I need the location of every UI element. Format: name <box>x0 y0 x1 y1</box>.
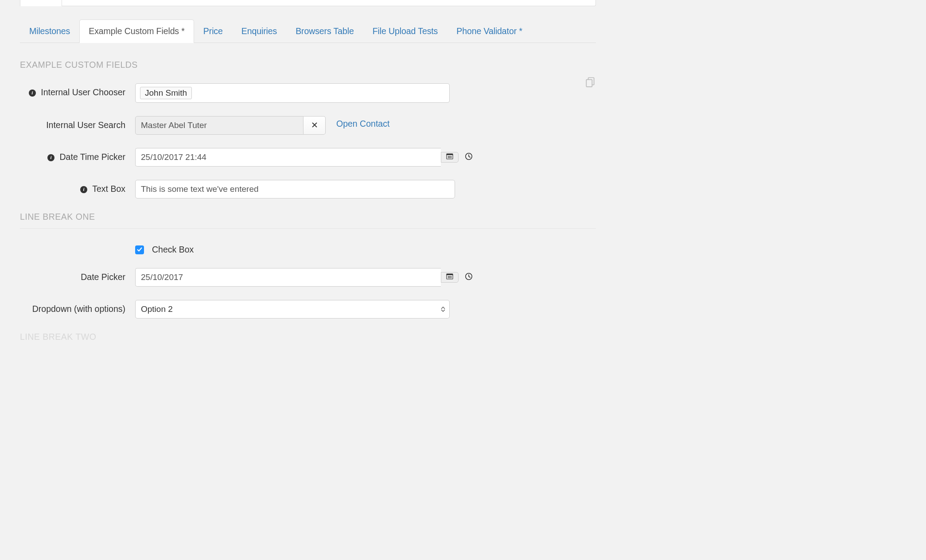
copy-icon[interactable] <box>584 76 596 88</box>
label-text: Dropdown (with options) <box>32 304 125 314</box>
label-internal-user-chooser: i Internal User Chooser <box>20 83 135 98</box>
close-icon <box>311 121 318 130</box>
label-date-picker: Date Picker <box>20 268 135 283</box>
svg-rect-8 <box>449 157 450 158</box>
clock-icon <box>465 272 473 283</box>
section-heading-example-custom-fields: EXAMPLE CUSTOM FIELDS <box>20 60 596 70</box>
clear-user-button[interactable] <box>303 116 326 135</box>
check-box-input[interactable] <box>135 245 144 254</box>
label-dropdown-with-options: Dropdown (with options) <box>20 300 135 315</box>
label-text: Date Picker <box>81 272 125 282</box>
calendar-icon <box>446 272 453 282</box>
svg-rect-9 <box>451 157 451 158</box>
dropdown-with-options[interactable]: Option 2 <box>135 300 450 319</box>
tab-browsers-table[interactable]: Browsers Table <box>286 19 363 43</box>
section-heading-line-break-one: LINE BREAK ONE <box>20 212 596 229</box>
clock-icon <box>465 152 473 163</box>
label-text: Text Box <box>92 184 125 194</box>
label-text: Internal User Chooser <box>41 87 125 97</box>
svg-rect-14 <box>449 276 450 277</box>
svg-rect-5 <box>449 156 450 157</box>
calendar-addon[interactable] <box>441 272 459 283</box>
calendar-addon[interactable] <box>441 152 459 163</box>
tab-milestones[interactable]: Milestones <box>20 19 79 43</box>
upper-tab-fragment <box>20 0 62 6</box>
tab-example-custom-fields[interactable]: Example Custom Fields * <box>79 19 194 43</box>
svg-rect-18 <box>451 277 451 278</box>
date-picker-input[interactable] <box>135 268 441 287</box>
svg-rect-1 <box>586 80 592 87</box>
user-token[interactable]: John Smith <box>140 87 192 99</box>
tab-enquiries[interactable]: Enquiries <box>232 19 286 43</box>
internal-user-search-value: Master Abel Tuter <box>135 116 303 135</box>
svg-rect-16 <box>448 277 449 278</box>
calendar-icon <box>446 152 453 162</box>
svg-rect-6 <box>451 156 451 157</box>
svg-rect-15 <box>451 276 451 277</box>
svg-rect-12 <box>447 274 453 275</box>
check-box-label: Check Box <box>152 245 194 255</box>
svg-rect-7 <box>448 157 449 158</box>
tabs-bar: Milestones Example Custom Fields * Price… <box>20 19 596 43</box>
tab-file-upload-tests[interactable]: File Upload Tests <box>363 19 447 43</box>
tab-phone-validator[interactable]: Phone Validator * <box>447 19 532 43</box>
date-time-picker-input[interactable] <box>135 148 441 167</box>
svg-rect-13 <box>448 276 449 277</box>
label-text: Internal User Search <box>46 120 125 130</box>
set-now-button[interactable] <box>465 152 473 163</box>
label-text: Date Time Picker <box>60 152 125 162</box>
upper-panel-edge <box>20 0 596 6</box>
svg-rect-17 <box>449 277 450 278</box>
open-contact-link[interactable]: Open Contact <box>336 119 389 129</box>
label-text-box: i Text Box <box>20 180 135 195</box>
info-icon[interactable]: i <box>80 186 87 193</box>
label-date-time-picker: i Date Time Picker <box>20 148 135 163</box>
chevron-up-down-icon <box>441 307 445 312</box>
check-icon <box>136 245 143 255</box>
set-today-button[interactable] <box>465 272 473 283</box>
info-icon[interactable]: i <box>47 154 54 161</box>
label-check-box-spacer <box>20 245 135 248</box>
svg-rect-3 <box>447 154 453 155</box>
svg-rect-4 <box>448 156 449 157</box>
tab-price[interactable]: Price <box>194 19 232 43</box>
dropdown-selected-value: Option 2 <box>135 300 450 319</box>
section-heading-line-break-two: LINE BREAK TWO <box>20 332 596 342</box>
internal-user-chooser-input[interactable]: John Smith <box>135 83 450 103</box>
label-internal-user-search: Internal User Search <box>20 116 135 131</box>
info-icon[interactable]: i <box>29 89 36 97</box>
text-box-input[interactable] <box>135 180 455 198</box>
